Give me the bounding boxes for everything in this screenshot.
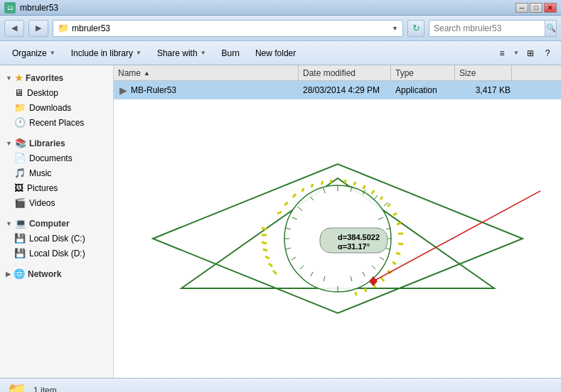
- status-item-count: 1 item: [33, 386, 57, 393]
- network-header[interactable]: ▶ 🌐 Network: [0, 266, 113, 281]
- address-folder-icon: 📁: [58, 23, 69, 33]
- address-box: 📁 mbruler53 ▼: [53, 20, 403, 37]
- local-disk-c-icon: 💾: [14, 233, 26, 244]
- svg-line-41: [321, 181, 323, 185]
- svg-line-52: [398, 244, 403, 244]
- pictures-icon: 🖼: [14, 183, 23, 193]
- header-date[interactable]: Date modified: [299, 65, 391, 80]
- file-area: Name ▲ Date modified Type Size ▶ MB-Rule…: [114, 65, 561, 378]
- sidebar-item-desktop[interactable]: 🖥 Desktop: [0, 85, 113, 100]
- local-disk-d-icon: 💾: [14, 248, 26, 258]
- svg-line-59: [356, 292, 356, 295]
- addressbar: ◀ ▶ 📁 mbruler53 ▼ ↻ 🔍: [0, 16, 561, 41]
- favorites-section: ▼ ★ Favorites 🖥 Desktop 📁 Downloads 🕐 Re…: [0, 71, 113, 130]
- share-with-label: Share with: [157, 48, 198, 58]
- include-library-label: Include in library: [71, 48, 133, 58]
- downloads-icon: 📁: [14, 102, 26, 113]
- network-label: Network: [28, 269, 61, 279]
- sidebar-item-music[interactable]: 🎵 Music: [0, 165, 113, 180]
- file-name-cell: ▶ MB-Ruler53: [117, 85, 300, 96]
- libraries-label: Libraries: [29, 138, 65, 148]
- view-controls: ≡ ▼ ⊞ ?: [494, 45, 555, 61]
- status-folder-icon: 📁: [7, 381, 26, 393]
- main-layout: ▼ ★ Favorites 🖥 Desktop 📁 Downloads 🕐 Re…: [0, 65, 561, 378]
- search-input[interactable]: [429, 23, 545, 33]
- organize-label: Organize: [12, 48, 47, 58]
- titlebar-left: 🗂 mbruler53: [4, 2, 58, 13]
- forward-button[interactable]: ▶: [28, 20, 48, 37]
- toolbar: Organize ▼ Include in library ▼ Share wi…: [0, 41, 561, 65]
- view-dropdown-button[interactable]: ▼: [511, 45, 521, 61]
- window-title: mbruler53: [20, 3, 58, 13]
- svg-line-32: [263, 249, 267, 251]
- recent-places-label: Recent Places: [29, 118, 84, 128]
- pictures-label: Pictures: [27, 183, 58, 193]
- refresh-button[interactable]: ↻: [407, 20, 424, 37]
- favorites-header[interactable]: ▼ ★ Favorites: [0, 71, 113, 85]
- header-type-label: Type: [395, 68, 414, 78]
- sidebar-item-videos[interactable]: 🎬 Videos: [0, 195, 113, 210]
- file-content-area: ▶ MB-Ruler53 28/03/2014 4:29 PM Applicat…: [114, 81, 561, 378]
- libraries-expand-icon: ▼: [6, 140, 12, 147]
- videos-label: Videos: [29, 198, 55, 208]
- burn-button[interactable]: Burn: [215, 44, 246, 62]
- ruler-preview-svg: d=384.5022 α=31.17° ↖: [135, 157, 540, 320]
- sidebar-item-local-disk-c[interactable]: 💾 Local Disk (C:): [0, 231, 113, 246]
- sidebar-item-documents[interactable]: 📄 Documents: [0, 151, 113, 165]
- svg-line-31: [262, 242, 267, 244]
- videos-icon: 🎬: [14, 197, 26, 208]
- share-with-arrow: ▼: [201, 50, 206, 56]
- header-size[interactable]: Size: [455, 65, 512, 80]
- svg-line-44: [354, 182, 356, 185]
- sidebar-item-local-disk-d[interactable]: 💾 Local Disk (D:): [0, 246, 113, 261]
- sidebar-item-pictures[interactable]: 🖼 Pictures: [0, 180, 113, 195]
- maximize-button[interactable]: □: [530, 3, 543, 13]
- burn-label: Burn: [222, 48, 240, 58]
- sidebar-item-recent-places[interactable]: 🕐 Recent Places: [0, 115, 113, 130]
- header-size-label: Size: [459, 68, 476, 78]
- svg-text:d=384.5022: d=384.5022: [338, 233, 380, 241]
- minimize-button[interactable]: ─: [515, 3, 528, 13]
- app-icon: 🗂: [4, 2, 16, 13]
- computer-section: ▼ 💻 Computer 💾 Local Disk (C:) 💾 Local D…: [0, 216, 113, 261]
- music-icon: 🎵: [14, 168, 26, 178]
- search-button[interactable]: 🔍: [545, 21, 556, 36]
- svg-line-40: [311, 184, 313, 187]
- header-name[interactable]: Name ▲: [114, 65, 299, 80]
- window-controls: ─ □ ✕: [515, 3, 557, 13]
- organize-button[interactable]: Organize ▼: [6, 44, 62, 62]
- file-header: Name ▲ Date modified Type Size: [114, 65, 561, 81]
- include-library-arrow: ▼: [136, 50, 141, 56]
- file-type-icon: ▶: [119, 85, 127, 96]
- sort-arrow: ▲: [144, 70, 150, 77]
- svg-line-45: [363, 185, 365, 189]
- computer-header[interactable]: ▼ 💻 Computer: [0, 216, 113, 231]
- sidebar-item-downloads[interactable]: 📁 Downloads: [0, 100, 113, 115]
- computer-icon: 💻: [15, 218, 26, 229]
- table-row[interactable]: ▶ MB-Ruler53 28/03/2014 4:29 PM Applicat…: [114, 81, 561, 99]
- svg-line-50: [397, 223, 401, 224]
- address-dropdown-icon[interactable]: ▼: [392, 25, 398, 32]
- libraries-header[interactable]: ▼ 📚 Libraries: [0, 136, 113, 151]
- network-expand-icon: ▶: [6, 271, 11, 278]
- share-with-button[interactable]: Share with ▼: [151, 44, 213, 62]
- new-folder-button[interactable]: New folder: [249, 44, 302, 62]
- view-list-button[interactable]: ≡: [494, 45, 510, 61]
- svg-text:α=31.17°: α=31.17°: [338, 242, 370, 251]
- documents-icon: 📄: [14, 153, 26, 163]
- view-pane-button[interactable]: ⊞: [523, 45, 538, 61]
- header-name-label: Name: [118, 68, 141, 78]
- help-button[interactable]: ?: [540, 45, 555, 61]
- libraries-icon: 📚: [15, 138, 26, 148]
- svg-line-43: [345, 180, 346, 183]
- preview-area: d=384.5022 α=31.17° ↖: [114, 99, 561, 378]
- include-library-button[interactable]: Include in library ▼: [65, 44, 148, 62]
- file-size-cell: 3,417 KB: [456, 85, 513, 95]
- file-date-cell: 28/03/2014 4:29 PM: [300, 85, 392, 95]
- network-icon: 🌐: [14, 268, 25, 279]
- back-button[interactable]: ◀: [4, 20, 24, 37]
- local-disk-c-label: Local Disk (C:): [29, 234, 85, 244]
- favorites-label: Favorites: [26, 73, 63, 83]
- header-type[interactable]: Type: [391, 65, 455, 80]
- close-button[interactable]: ✕: [544, 3, 557, 13]
